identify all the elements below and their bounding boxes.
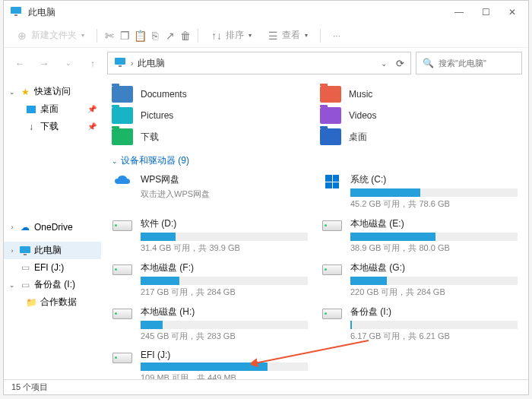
status-bar: 15 个项目 — [4, 379, 528, 394]
svg-rect-2 — [115, 58, 125, 65]
chevron-down-icon[interactable]: ⌄ — [381, 59, 387, 68]
chevron-down-icon: ⌄ — [8, 88, 16, 96]
drive-name: WPS网盘 — [141, 173, 308, 186]
drive-item[interactable]: 本地磁盘 (F:)217 GB 可用，共 284 GB — [112, 261, 308, 298]
drive-stats: 45.2 GB 可用，共 78.6 GB — [350, 198, 518, 210]
explorer-window: 此电脑 — ☐ ✕ ⊕ 新建文件夹 ▾ ✄ ❐ 📋 ⎘ ↗ 🗑 ↑↓ 排序 ▾ … — [3, 0, 529, 395]
drive-item[interactable]: 本地磁盘 (G:)220 GB 可用，共 284 GB — [321, 261, 518, 298]
drive-stats: 220 GB 可用，共 284 GB — [350, 287, 518, 298]
folder-icon — [112, 107, 133, 124]
drive-item[interactable]: 系统 (C:)45.2 GB 可用，共 78.6 GB — [321, 173, 518, 210]
folder-item[interactable]: Pictures — [112, 107, 309, 124]
drive-name: 本地磁盘 (F:) — [141, 261, 308, 274]
pc-icon — [114, 57, 126, 69]
folder-label: Pictures — [141, 110, 173, 121]
delete-icon[interactable]: 🗑 — [179, 30, 192, 42]
desktop-icon — [25, 103, 37, 116]
download-icon: ↓ — [25, 121, 37, 133]
folder-label: 下载 — [141, 131, 159, 144]
drive-stats: 217 GB 可用，共 284 GB — [141, 287, 308, 298]
drive-stats: 6.17 GB 可用，共 6.21 GB — [350, 331, 518, 342]
more-button[interactable]: ··· — [327, 26, 347, 46]
drive-icon: ▭ — [19, 279, 31, 291]
usage-bar — [350, 277, 518, 285]
devices-section-header[interactable]: ⌄ 设备和驱动器 (9) — [112, 154, 518, 167]
drive-icon — [321, 261, 343, 278]
cut-icon[interactable]: ✄ — [103, 30, 116, 42]
usage-bar — [141, 277, 308, 285]
drives-grid: WPS网盘双击进入WPS网盘系统 (C:)45.2 GB 可用，共 78.6 G… — [112, 173, 518, 384]
toolbar: ⊕ 新建文件夹 ▾ ✄ ❐ 📋 ⎘ ↗ 🗑 ↑↓ 排序 ▾ ☰ 查看 ▾ ··· — [4, 24, 528, 48]
pin-icon: 📌 — [87, 105, 97, 113]
usage-bar — [350, 321, 518, 329]
status-text: 15 个项目 — [11, 382, 48, 393]
drive-item[interactable]: 备份盘 (I:)6.17 GB 可用，共 6.21 GB — [321, 306, 518, 342]
back-button[interactable]: ← — [10, 53, 30, 73]
usage-bar — [350, 233, 518, 241]
maximize-button[interactable]: ☐ — [482, 7, 490, 17]
drive-item[interactable]: WPS网盘双击进入WPS网盘 — [112, 173, 308, 210]
view-icon: ☰ — [267, 30, 279, 42]
folder-label: 桌面 — [349, 131, 367, 144]
forward-button[interactable]: → — [34, 53, 54, 73]
drive-name: 备份盘 (I:) — [350, 306, 518, 318]
pin-icon: 📌 — [87, 122, 97, 131]
chevron-down-icon: ⌄ — [112, 157, 118, 165]
sidebar-quick-access[interactable]: ⌄ ★ 快速访问 — [4, 83, 101, 100]
chevron-icon: › — [131, 59, 133, 68]
sidebar-desktop[interactable]: 桌面 📌 — [4, 100, 101, 118]
up-button[interactable]: ↑ — [83, 53, 103, 73]
minimize-button[interactable]: — — [454, 7, 464, 17]
search-bar[interactable]: 🔍 — [416, 52, 522, 74]
new-folder-icon: ⊕ — [16, 30, 28, 42]
search-icon: 🔍 — [423, 58, 434, 68]
drive-item[interactable]: 本地磁盘 (H:)245 GB 可用，共 283 GB — [112, 306, 308, 342]
folder-item[interactable]: Music — [320, 86, 518, 103]
search-input[interactable] — [439, 59, 515, 68]
folder-item[interactable]: Videos — [320, 107, 518, 124]
drive-name: 本地磁盘 (E:) — [350, 217, 518, 230]
pc-icon — [19, 245, 31, 257]
sidebar-thispc[interactable]: › 此电脑 — [4, 242, 101, 259]
new-folder-button[interactable]: ⊕ 新建文件夹 ▾ — [10, 26, 90, 46]
paste-icon[interactable]: 📋 — [134, 30, 146, 42]
address-bar[interactable]: › 此电脑 ⌄ ⟳ — [107, 52, 411, 74]
drive-item[interactable]: 本地磁盘 (E:)38.9 GB 可用，共 80.0 GB — [321, 217, 518, 254]
history-dropdown[interactable]: ⌄ — [59, 53, 78, 73]
sidebar-onedrive[interactable]: › ☁ OneDrive — [4, 219, 101, 236]
share-icon[interactable]: ↗ — [164, 30, 176, 42]
drive-subtitle: 双击进入WPS网盘 — [141, 188, 308, 200]
refresh-button[interactable]: ⟳ — [396, 58, 404, 69]
drive-name: 软件 (D:) — [141, 217, 308, 230]
folder-label: Documents — [141, 89, 187, 100]
drive-icon — [321, 306, 343, 322]
sidebar-downloads[interactable]: ↓ 下载 📌 — [4, 118, 101, 135]
copy-icon[interactable]: ❐ — [119, 30, 131, 42]
folder-icon — [112, 128, 133, 145]
sidebar-efi[interactable]: ▭ EFI (J:) — [4, 259, 101, 276]
rename-icon[interactable]: ⎘ — [149, 30, 161, 42]
content-pane[interactable]: DocumentsMusicPicturesVideos下载桌面 ⌄ 设备和驱动… — [101, 78, 528, 394]
drive-name: EFI (J:) — [141, 350, 308, 360]
sidebar-coop[interactable]: 📁 合作数据 — [4, 293, 101, 311]
drive-icon — [112, 217, 133, 234]
drive-icon: ▭ — [19, 261, 31, 274]
close-button[interactable]: ✕ — [508, 7, 516, 17]
drive-icon — [321, 217, 343, 234]
drive-icon — [112, 173, 133, 190]
folder-icon: 📁 — [25, 296, 37, 309]
drive-icon — [112, 306, 133, 322]
folder-item[interactable]: 桌面 — [320, 128, 518, 145]
folder-item[interactable]: Documents — [112, 86, 309, 103]
sidebar-backup[interactable]: ⌄ ▭ 备份盘 (I:) — [4, 276, 101, 293]
sort-button[interactable]: ↑↓ 排序 ▾ — [204, 26, 258, 46]
star-icon: ★ — [19, 86, 31, 98]
folder-icon — [320, 86, 341, 103]
sidebar: ⌄ ★ 快速访问 桌面 📌 ↓ 下载 📌 › ☁ — [4, 78, 101, 394]
drive-name: 本地磁盘 (H:) — [141, 306, 308, 318]
drive-item[interactable]: 软件 (D:)31.4 GB 可用，共 39.9 GB — [112, 217, 308, 254]
folder-item[interactable]: 下载 — [112, 128, 309, 145]
svg-rect-5 — [24, 254, 27, 255]
usage-bar — [141, 233, 308, 241]
view-button[interactable]: ☰ 查看 ▾ — [261, 26, 314, 46]
